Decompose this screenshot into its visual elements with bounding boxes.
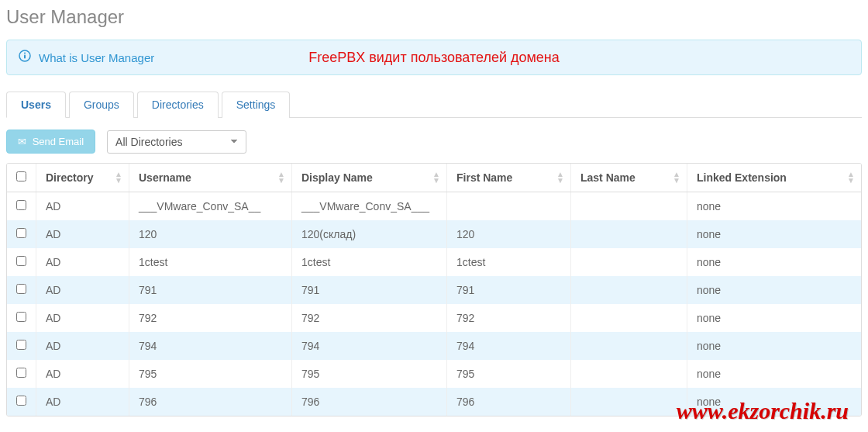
table-row: AD1ctest1ctest1ctestnone <box>7 248 861 276</box>
sort-icon[interactable]: ▲▼ <box>847 171 855 184</box>
tab-users[interactable]: Users <box>6 92 66 118</box>
row-checkbox[interactable] <box>16 256 26 266</box>
row-checkbox[interactable] <box>16 312 26 322</box>
header-linked-extension[interactable]: Linked Extension▲▼ <box>687 164 862 192</box>
cell-last-name <box>571 276 687 304</box>
cell-username: 120 <box>129 220 292 248</box>
cell-display-name: 792 <box>292 304 447 332</box>
cell-directory: AD <box>36 304 129 332</box>
send-email-label: Send Email <box>33 136 84 147</box>
header-directory[interactable]: Directory▲▼ <box>36 164 129 192</box>
mail-icon: ✉ <box>18 136 26 147</box>
svg-rect-2 <box>24 55 26 59</box>
tab-directories[interactable]: Directories <box>137 92 219 118</box>
row-checkbox[interactable] <box>16 284 26 294</box>
cell-first-name: 795 <box>447 360 571 388</box>
cell-directory: AD <box>36 332 129 360</box>
cell-username: 791 <box>129 276 292 304</box>
row-checkbox-cell <box>7 276 36 304</box>
cell-first-name <box>447 192 571 221</box>
cell-linked-extension: none <box>687 220 862 248</box>
info-icon <box>19 50 31 65</box>
cell-username: 792 <box>129 304 292 332</box>
sort-icon[interactable]: ▲▼ <box>277 171 285 184</box>
cell-last-name <box>571 332 687 360</box>
select-all-checkbox[interactable] <box>16 171 26 181</box>
cell-first-name: 120 <box>447 220 571 248</box>
users-table: Directory▲▼ Username▲▼ Display Name▲▼ Fi… <box>7 164 861 416</box>
info-annotation: FreePBX видит пользователей домена <box>308 50 560 66</box>
svg-point-1 <box>24 53 26 54</box>
cell-linked-extension: none <box>687 192 862 221</box>
header-checkbox <box>7 164 36 192</box>
header-username[interactable]: Username▲▼ <box>129 164 292 192</box>
cell-last-name <box>571 388 687 416</box>
cell-last-name <box>571 304 687 332</box>
cell-directory: AD <box>36 388 129 416</box>
sort-icon[interactable]: ▲▼ <box>556 171 564 184</box>
cell-display-name: ___VMware_Conv_SA___ <box>292 192 447 221</box>
cell-username: 795 <box>129 360 292 388</box>
row-checkbox[interactable] <box>16 368 26 378</box>
cell-first-name: 1ctest <box>447 248 571 276</box>
row-checkbox-cell <box>7 220 36 248</box>
tab-groups[interactable]: Groups <box>69 92 134 118</box>
row-checkbox-cell <box>7 248 36 276</box>
tabs: UsersGroupsDirectoriesSettings <box>6 91 862 118</box>
info-link[interactable]: What is User Manager <box>39 51 154 64</box>
cell-last-name <box>571 360 687 388</box>
sort-icon[interactable]: ▲▼ <box>673 171 680 184</box>
cell-last-name <box>571 192 687 221</box>
table-row: AD120120(склад)120none <box>7 220 861 248</box>
cell-linked-extension: none <box>687 276 862 304</box>
cell-username: 796 <box>129 388 292 416</box>
cell-directory: AD <box>36 248 129 276</box>
cell-linked-extension: none <box>687 360 862 388</box>
header-display-name[interactable]: Display Name▲▼ <box>292 164 447 192</box>
send-email-button[interactable]: ✉ Send Email <box>6 130 95 154</box>
row-checkbox[interactable] <box>16 228 26 238</box>
cell-username: 794 <box>129 332 292 360</box>
table-row: AD794794794none <box>7 332 861 360</box>
cell-first-name: 792 <box>447 304 571 332</box>
tab-settings[interactable]: Settings <box>222 92 291 118</box>
users-table-wrap: Directory▲▼ Username▲▼ Display Name▲▼ Fi… <box>6 163 862 416</box>
table-row: AD795795795none <box>7 360 861 388</box>
row-checkbox-cell <box>7 192 36 221</box>
cell-directory: AD <box>36 192 129 221</box>
cell-username: 1ctest <box>129 248 292 276</box>
row-checkbox[interactable] <box>16 340 26 350</box>
controls-bar: ✉ Send Email All Directories <box>6 130 862 154</box>
row-checkbox-cell <box>7 360 36 388</box>
sort-icon[interactable]: ▲▼ <box>115 171 122 184</box>
cell-last-name <box>571 248 687 276</box>
cell-display-name: 791 <box>292 276 447 304</box>
header-first-name[interactable]: First Name▲▼ <box>447 164 571 192</box>
cell-first-name: 796 <box>447 388 571 416</box>
table-body: AD___VMware_Conv_SA_____VMware_Conv_SA__… <box>7 192 861 416</box>
sort-icon[interactable]: ▲▼ <box>432 171 440 184</box>
table-header-row: Directory▲▼ Username▲▼ Display Name▲▼ Fi… <box>7 164 861 192</box>
cell-display-name: 120(склад) <box>292 220 447 248</box>
table-row: AD796796796none <box>7 388 861 416</box>
cell-first-name: 794 <box>447 332 571 360</box>
cell-display-name: 795 <box>292 360 447 388</box>
cell-last-name <box>571 220 687 248</box>
page-title: User Manager <box>6 6 868 28</box>
cell-linked-extension: none <box>687 332 862 360</box>
directory-filter-select[interactable]: All Directories <box>107 130 246 154</box>
table-row: AD791791791none <box>7 276 861 304</box>
cell-username: ___VMware_Conv_SA__ <box>129 192 292 221</box>
cell-linked-extension: none <box>687 248 862 276</box>
cell-directory: AD <box>36 360 129 388</box>
row-checkbox[interactable] <box>16 200 26 210</box>
row-checkbox[interactable] <box>16 396 26 406</box>
cell-directory: AD <box>36 220 129 248</box>
cell-display-name: 1ctest <box>292 248 447 276</box>
header-last-name[interactable]: Last Name▲▼ <box>571 164 687 192</box>
row-checkbox-cell <box>7 332 36 360</box>
cell-linked-extension: none <box>687 304 862 332</box>
row-checkbox-cell <box>7 304 36 332</box>
cell-first-name: 791 <box>447 276 571 304</box>
cell-display-name: 796 <box>292 388 447 416</box>
